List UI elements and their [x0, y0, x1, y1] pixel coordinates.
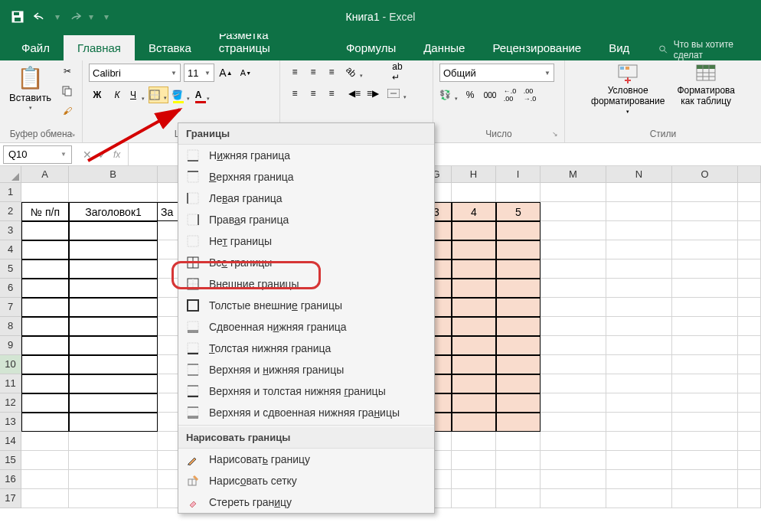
cell[interactable]	[606, 240, 672, 259]
percent-button[interactable]: %	[462, 86, 478, 103]
cell[interactable]	[496, 374, 541, 393]
italic-button[interactable]: К	[109, 86, 126, 103]
cell[interactable]	[21, 393, 69, 413]
cell[interactable]	[541, 432, 606, 451]
paste-button[interactable]: 📋 Вставить ▾	[6, 64, 54, 113]
format-as-table-button[interactable]: Форматирова как таблицу	[677, 64, 735, 115]
cell[interactable]	[541, 279, 606, 298]
align-middle-button[interactable]: ≡	[305, 64, 322, 80]
cell[interactable]	[672, 489, 738, 508]
copy-button[interactable]	[59, 83, 76, 99]
border-option[interactable]: Толстая нижняя граница	[178, 338, 434, 359]
col-header-B[interactable]: B	[69, 166, 158, 183]
cell[interactable]	[541, 298, 606, 317]
cell[interactable]	[541, 413, 606, 432]
cell[interactable]	[541, 183, 606, 202]
row-header-10[interactable]: 10	[0, 355, 21, 374]
cell[interactable]	[606, 432, 672, 451]
bold-button[interactable]: Ж	[89, 86, 106, 103]
shrink-font-button[interactable]: A▼	[237, 64, 254, 81]
cell[interactable]	[606, 259, 672, 279]
cell[interactable]	[21, 355, 69, 374]
cell[interactable]	[672, 451, 738, 470]
cell[interactable]	[672, 470, 738, 489]
row-header-13[interactable]: 13	[0, 413, 21, 432]
orientation-button[interactable]: ab	[346, 64, 364, 80]
cell[interactable]	[606, 355, 672, 374]
cell[interactable]	[21, 336, 69, 355]
cell[interactable]	[541, 393, 606, 413]
cell[interactable]	[452, 393, 496, 413]
cell[interactable]	[452, 470, 496, 489]
cell[interactable]	[452, 259, 496, 279]
cell[interactable]	[672, 240, 738, 259]
cell[interactable]	[21, 413, 69, 432]
cell[interactable]	[541, 259, 606, 279]
cell[interactable]	[672, 432, 738, 451]
cell[interactable]	[541, 451, 606, 470]
grow-font-button[interactable]: A▲	[217, 64, 234, 81]
cell[interactable]	[738, 336, 761, 355]
align-bottom-button[interactable]: ≡	[323, 64, 340, 80]
cell[interactable]	[496, 279, 541, 298]
cell[interactable]	[21, 317, 69, 336]
cell[interactable]	[606, 413, 672, 432]
cell[interactable]	[496, 413, 541, 432]
format-painter-button[interactable]: 🖌	[59, 103, 76, 119]
cell[interactable]	[672, 298, 738, 317]
border-option[interactable]: Правая граница	[178, 209, 434, 230]
cell[interactable]	[452, 221, 496, 240]
tab-home[interactable]: Главная	[64, 35, 135, 60]
cell[interactable]	[606, 336, 672, 355]
row-header-15[interactable]: 15	[0, 451, 21, 470]
cell[interactable]	[496, 259, 541, 279]
cell[interactable]	[606, 317, 672, 336]
cell[interactable]: № п/п	[21, 202, 69, 221]
border-option[interactable]: Верхняя и сдвоенная нижняя границы	[178, 402, 434, 423]
cell[interactable]	[606, 470, 672, 489]
tell-me-search[interactable]: Что вы хотите сделат	[658, 39, 761, 60]
cell[interactable]	[606, 183, 672, 202]
cell[interactable]	[452, 336, 496, 355]
underline-button[interactable]: Ч	[129, 86, 145, 103]
tab-file[interactable]: Файл	[8, 35, 64, 60]
cell[interactable]	[672, 355, 738, 374]
cell[interactable]	[69, 432, 158, 451]
align-right-button[interactable]: ≡	[323, 85, 340, 102]
border-option[interactable]: Нет границы	[178, 230, 434, 252]
cell[interactable]	[69, 336, 158, 355]
cell[interactable]	[496, 470, 541, 489]
row-header-6[interactable]: 6	[0, 279, 21, 298]
cell[interactable]: Заголовок1	[69, 202, 158, 221]
cell[interactable]	[738, 298, 761, 317]
row-header-9[interactable]: 9	[0, 336, 21, 355]
cell[interactable]	[672, 374, 738, 393]
row-header-11[interactable]: 11	[0, 374, 21, 393]
border-option[interactable]: Все границы	[178, 252, 434, 273]
row-header-16[interactable]: 16	[0, 470, 21, 489]
cell[interactable]	[496, 221, 541, 240]
border-option[interactable]: Толстые внешние границы	[178, 295, 434, 316]
cell[interactable]	[69, 451, 158, 470]
row-header-3[interactable]: 3	[0, 221, 21, 240]
cell[interactable]	[672, 317, 738, 336]
cell[interactable]: 5	[496, 202, 541, 221]
comma-style-button[interactable]: 000	[482, 86, 498, 103]
cell[interactable]	[452, 240, 496, 259]
increase-indent-button[interactable]: ≡▶	[364, 85, 381, 102]
row-header-17[interactable]: 17	[0, 489, 21, 508]
cell[interactable]	[738, 221, 761, 240]
undo-button[interactable]	[31, 7, 51, 27]
tab-view[interactable]: Вид	[595, 35, 643, 60]
cell[interactable]	[21, 240, 69, 259]
font-size-combo[interactable]: 11▼	[184, 64, 214, 82]
cell[interactable]	[541, 317, 606, 336]
wrap-text-button[interactable]: ab↵	[387, 64, 407, 80]
cell[interactable]	[21, 374, 69, 393]
merge-button[interactable]	[387, 85, 407, 102]
tab-formulas[interactable]: Формулы	[332, 35, 410, 60]
save-button[interactable]	[8, 7, 28, 27]
cell[interactable]	[541, 240, 606, 259]
cell[interactable]	[738, 183, 761, 202]
cell[interactable]	[738, 259, 761, 279]
